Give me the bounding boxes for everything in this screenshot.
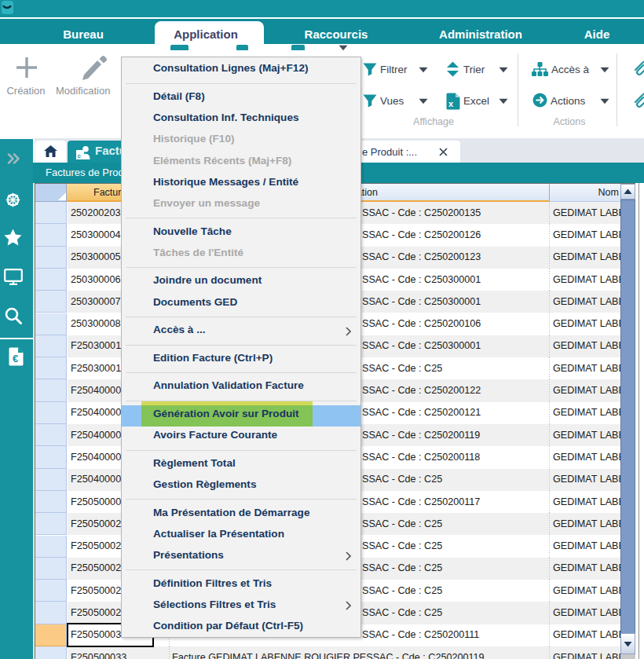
svg-text:x: x	[448, 99, 454, 108]
svg-text:c: c	[78, 152, 82, 159]
svg-text:€: €	[13, 353, 18, 364]
